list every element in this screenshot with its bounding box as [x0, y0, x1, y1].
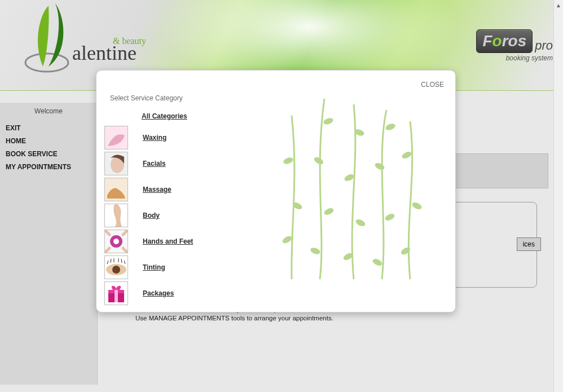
service-category-modal: CLOSE Select Service Category All Catego…	[96, 70, 456, 312]
category-link-massage[interactable]: Massage	[143, 186, 171, 193]
foros-badge: Foros	[476, 29, 533, 53]
brand-tagline: & beauty	[113, 36, 146, 46]
svg-point-9	[113, 239, 119, 244]
services-button[interactable]: ices	[517, 237, 541, 251]
category-link-facials[interactable]: Facials	[143, 160, 166, 168]
category-thumb-facials	[104, 152, 128, 175]
category-link-body[interactable]: Body	[143, 212, 160, 219]
category-link-hands-and-feet[interactable]: Hands and Feet	[143, 237, 193, 245]
svg-rect-22	[115, 290, 118, 302]
category-row-facials[interactable]: Facials	[104, 151, 193, 177]
category-row-packages[interactable]: Packages	[104, 280, 193, 306]
modal-title: Select Service Category	[110, 94, 183, 102]
sidebar-item-book-service[interactable]: BOOK SERVICE	[0, 148, 97, 161]
svg-point-31	[355, 218, 367, 228]
svg-point-35	[384, 213, 396, 222]
svg-point-36	[374, 162, 386, 171]
svg-point-37	[385, 122, 396, 131]
product-branding: Foros pro booking system	[476, 29, 553, 62]
category-thumb-tinting	[104, 256, 128, 279]
svg-point-32	[344, 173, 355, 183]
decorative-vines-icon	[275, 93, 433, 279]
svg-point-34	[372, 258, 384, 267]
category-list: All Categories Waxing Facials Massage Bo	[104, 108, 193, 306]
category-link-waxing[interactable]: Waxing	[143, 134, 166, 142]
svg-point-40	[401, 151, 413, 160]
category-row-tinting[interactable]: Tinting	[104, 254, 193, 280]
category-thumb-hands-and-feet	[104, 230, 128, 253]
category-row-hands-and-feet[interactable]: Hands and Feet	[104, 228, 193, 254]
category-link-tinting[interactable]: Tinting	[143, 263, 165, 271]
svg-point-28	[313, 156, 325, 166]
category-link-packages[interactable]: Packages	[143, 289, 174, 297]
sidebar: Welcome EXIT HOME BOOK SERVICE MY APPOIN…	[0, 103, 98, 385]
svg-point-39	[411, 201, 423, 211]
svg-point-6	[114, 204, 118, 209]
category-row-all[interactable]: All Categories	[104, 108, 193, 125]
sidebar-welcome: Welcome	[0, 103, 97, 122]
brand-logo: alentine & beauty	[16, 3, 170, 77]
scroll-up-icon[interactable]: ▲	[555, 1, 562, 10]
info-note-line: Use MANAGE APPOINTMENTS tools to arrange…	[135, 314, 558, 323]
sidebar-item-home[interactable]: HOME	[0, 135, 97, 148]
category-link-all[interactable]: All Categories	[142, 112, 187, 120]
category-thumb-massage	[104, 178, 128, 201]
svg-point-12	[112, 266, 120, 274]
category-thumb-waxing	[104, 126, 128, 149]
category-thumb-packages	[104, 281, 128, 305]
category-row-body[interactable]: Body	[104, 202, 193, 228]
sidebar-item-my-appointments[interactable]: MY APPOINTMENTS	[0, 161, 97, 174]
sidebar-item-exit[interactable]: EXIT	[0, 122, 97, 135]
vertical-scrollbar[interactable]: ▲	[553, 0, 563, 392]
svg-point-0	[25, 54, 68, 72]
svg-point-27	[323, 207, 335, 217]
svg-point-38	[400, 246, 412, 256]
modal-close-button[interactable]: CLOSE	[421, 81, 444, 89]
svg-point-26	[310, 246, 321, 256]
svg-point-29	[323, 117, 334, 126]
svg-point-23	[282, 235, 293, 245]
category-row-waxing[interactable]: Waxing	[104, 125, 193, 151]
foros-subtitle: booking system	[476, 54, 553, 62]
category-row-massage[interactable]: Massage	[104, 177, 193, 202]
leaf-logo-icon	[16, 3, 78, 77]
foros-suffix: pro	[535, 38, 553, 53]
svg-point-25	[283, 156, 294, 165]
category-thumb-body	[104, 204, 128, 227]
